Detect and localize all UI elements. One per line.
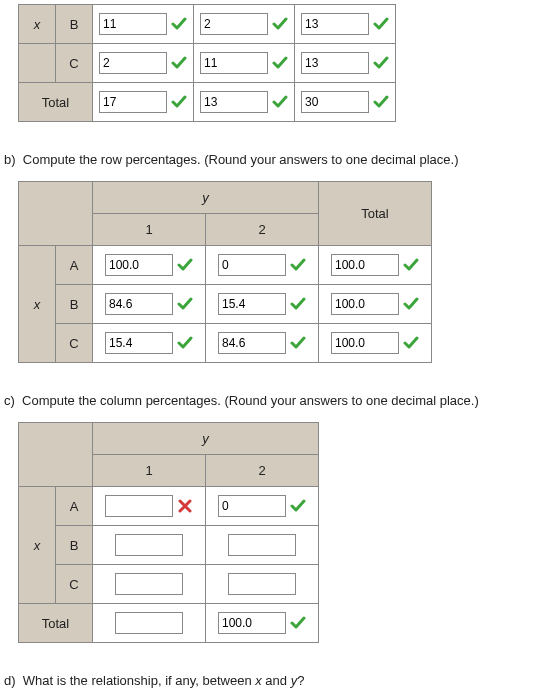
row-x-label: x <box>19 5 56 44</box>
input-T2[interactable] <box>200 91 268 113</box>
input-bA1[interactable] <box>105 254 173 276</box>
input-bA2[interactable] <box>218 254 286 276</box>
row-B-label: B <box>56 5 93 44</box>
check-icon <box>403 296 419 312</box>
input-cT2[interactable] <box>218 612 286 634</box>
rowA-label: A <box>56 487 93 526</box>
input-bBT[interactable] <box>331 293 399 315</box>
check-icon <box>171 94 187 110</box>
input-cB2[interactable] <box>228 534 296 556</box>
row-total-label: Total <box>19 604 93 643</box>
input-B1[interactable] <box>99 13 167 35</box>
row-C-label: C <box>56 44 93 83</box>
check-icon <box>171 16 187 32</box>
y-header: y <box>93 423 319 455</box>
check-icon <box>403 257 419 273</box>
partB-prompt: b) Compute the row percentages. (Round y… <box>4 152 551 167</box>
rowB-label: B <box>56 526 93 565</box>
x-icon <box>177 498 193 514</box>
rowA-label: A <box>56 246 93 285</box>
check-icon <box>272 16 288 32</box>
input-bC1[interactable] <box>105 332 173 354</box>
check-icon <box>403 335 419 351</box>
check-icon <box>290 498 306 514</box>
check-icon <box>272 55 288 71</box>
input-cB1[interactable] <box>115 534 183 556</box>
input-T3[interactable] <box>301 91 369 113</box>
col1-header: 1 <box>93 455 206 487</box>
row-total-label: Total <box>19 83 93 122</box>
check-icon <box>290 335 306 351</box>
check-icon <box>177 296 193 312</box>
check-icon <box>171 55 187 71</box>
col1-header: 1 <box>93 214 206 246</box>
x-header: x <box>19 487 56 604</box>
check-icon <box>290 615 306 631</box>
partC-prompt: c) Compute the column percentages. (Roun… <box>4 393 551 408</box>
input-C2[interactable] <box>200 52 268 74</box>
rowC-label: C <box>56 565 93 604</box>
input-T1[interactable] <box>99 91 167 113</box>
check-icon <box>177 257 193 273</box>
input-B3[interactable] <box>301 13 369 35</box>
input-bB2[interactable] <box>218 293 286 315</box>
check-icon <box>373 16 389 32</box>
check-icon <box>272 94 288 110</box>
input-C1[interactable] <box>99 52 167 74</box>
input-cC1[interactable] <box>115 573 183 595</box>
input-cC2[interactable] <box>228 573 296 595</box>
x-header: x <box>19 246 56 363</box>
input-bAT[interactable] <box>331 254 399 276</box>
input-cA2[interactable] <box>218 495 286 517</box>
check-icon <box>373 55 389 71</box>
rowC-label: C <box>56 324 93 363</box>
partB-table: y Total 1 2 x A B C <box>18 181 432 363</box>
input-cA1[interactable] <box>105 495 173 517</box>
col2-header: 2 <box>206 214 319 246</box>
top-table: x B C Total <box>18 4 396 122</box>
input-B2[interactable] <box>200 13 268 35</box>
check-icon <box>290 257 306 273</box>
check-icon <box>373 94 389 110</box>
input-bCT[interactable] <box>331 332 399 354</box>
check-icon <box>290 296 306 312</box>
check-icon <box>177 335 193 351</box>
total-header: Total <box>319 182 432 246</box>
y-header: y <box>93 182 319 214</box>
rowB-label: B <box>56 285 93 324</box>
partD-prompt: d) What is the relationship, if any, bet… <box>4 673 551 688</box>
input-bB1[interactable] <box>105 293 173 315</box>
input-cT1[interactable] <box>115 612 183 634</box>
col2-header: 2 <box>206 455 319 487</box>
partC-table: y 1 2 x A B C Total <box>18 422 319 643</box>
input-C3[interactable] <box>301 52 369 74</box>
input-bC2[interactable] <box>218 332 286 354</box>
